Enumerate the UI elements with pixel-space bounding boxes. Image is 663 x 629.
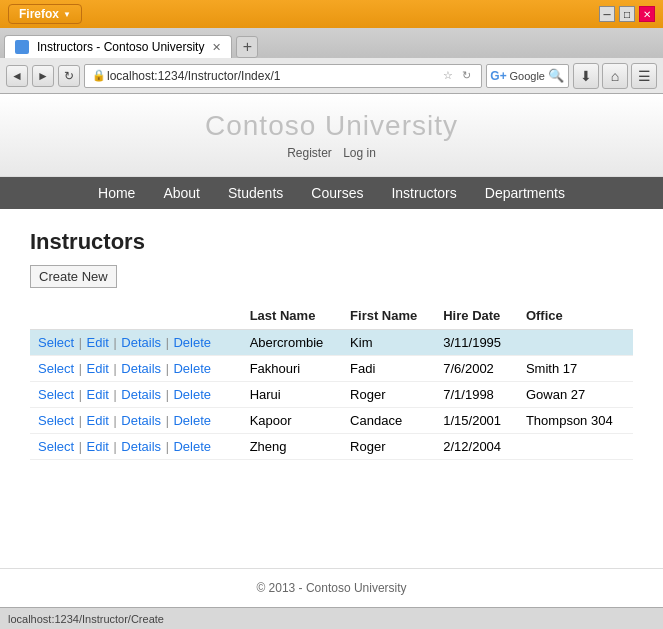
auth-links: Register Log in xyxy=(0,146,663,160)
sep-1-0: | xyxy=(79,336,82,350)
details-link-1[interactable]: Details xyxy=(121,361,161,376)
table-row: Select | Edit | Details | Delete KapoorC… xyxy=(30,408,633,434)
delete-link-2[interactable]: Delete xyxy=(173,387,211,402)
edit-link-0[interactable]: Edit xyxy=(87,335,109,350)
cell-firstname: Fadi xyxy=(342,356,435,382)
cell-firstname: Roger xyxy=(342,382,435,408)
col-header-office: Office xyxy=(518,302,633,330)
tab-favicon xyxy=(15,40,29,54)
cell-hiredate: 3/11/1995 xyxy=(435,330,518,356)
cell-hiredate: 1/15/2001 xyxy=(435,408,518,434)
row-actions: Select | Edit | Details | Delete xyxy=(30,408,242,434)
select-link-0[interactable]: Select xyxy=(38,335,74,350)
sep-1-2: | xyxy=(79,388,82,402)
delete-link-3[interactable]: Delete xyxy=(173,413,211,428)
cell-office xyxy=(518,330,633,356)
search-submit-icon[interactable]: 🔍 xyxy=(548,68,564,83)
delete-link-0[interactable]: Delete xyxy=(173,335,211,350)
row-actions: Select | Edit | Details | Delete xyxy=(30,434,242,460)
col-header-lastname: Last Name xyxy=(242,302,342,330)
sep-3-3: | xyxy=(166,414,169,428)
address-text: localhost:1234/Instructor/Index/1 xyxy=(107,69,440,83)
table-row: Select | Edit | Details | Delete HaruiRo… xyxy=(30,382,633,408)
cell-hiredate: 7/1/1998 xyxy=(435,382,518,408)
star-icon[interactable]: ☆ xyxy=(440,68,456,84)
download-button[interactable]: ⬇ xyxy=(573,63,599,89)
login-link[interactable]: Log in xyxy=(343,146,376,160)
browser-content: Contoso University Register Log in Home … xyxy=(0,94,663,607)
close-button[interactable]: ✕ xyxy=(639,6,655,22)
site-title: Contoso University xyxy=(0,110,663,142)
cell-office: Smith 17 xyxy=(518,356,633,382)
create-new-link[interactable]: Create New xyxy=(30,265,117,288)
back-button[interactable]: ◄ xyxy=(6,65,28,87)
address-input-box[interactable]: 🔒 localhost:1234/Instructor/Index/1 ☆ ↻ xyxy=(84,64,482,88)
cell-lastname: Kapoor xyxy=(242,408,342,434)
page-title: Instructors xyxy=(30,229,633,255)
details-link-0[interactable]: Details xyxy=(121,335,161,350)
nav-about[interactable]: About xyxy=(149,177,214,209)
register-link[interactable]: Register xyxy=(287,146,332,160)
select-link-3[interactable]: Select xyxy=(38,413,74,428)
table-row: Select | Edit | Details | Delete Abercro… xyxy=(30,330,633,356)
select-link-2[interactable]: Select xyxy=(38,387,74,402)
select-link-1[interactable]: Select xyxy=(38,361,74,376)
home-button[interactable]: ⌂ xyxy=(602,63,628,89)
edit-link-4[interactable]: Edit xyxy=(87,439,109,454)
sep-1-1: | xyxy=(79,362,82,376)
details-link-4[interactable]: Details xyxy=(121,439,161,454)
reload-small-icon[interactable]: ↻ xyxy=(459,68,475,84)
status-url: localhost:1234/Instructor/Create xyxy=(8,613,164,625)
nav-home[interactable]: Home xyxy=(84,177,149,209)
footer-text: © 2013 - Contoso University xyxy=(256,581,406,595)
instructors-table: Last Name First Name Hire Date Office Se… xyxy=(30,302,633,460)
new-tab-button[interactable]: + xyxy=(236,36,258,58)
browser-titlebar: Firefox ─ □ ✕ xyxy=(0,0,663,28)
cell-lastname: Abercrombie xyxy=(242,330,342,356)
page-footer: © 2013 - Contoso University xyxy=(0,568,663,607)
delete-link-4[interactable]: Delete xyxy=(173,439,211,454)
sep-2-4: | xyxy=(114,440,117,454)
nav-departments[interactable]: Departments xyxy=(471,177,579,209)
cell-office: Gowan 27 xyxy=(518,382,633,408)
maximize-button[interactable]: □ xyxy=(619,6,635,22)
select-link-4[interactable]: Select xyxy=(38,439,74,454)
status-bar: localhost:1234/Instructor/Create xyxy=(0,607,663,629)
menu-button[interactable]: ☰ xyxy=(631,63,657,89)
tab-bar: Instructors - Contoso University ✕ + xyxy=(0,28,663,58)
sep-2-2: | xyxy=(114,388,117,402)
tab-close-button[interactable]: ✕ xyxy=(212,41,221,54)
cell-lastname: Zheng xyxy=(242,434,342,460)
edit-link-3[interactable]: Edit xyxy=(87,413,109,428)
google-g-icon: G+ xyxy=(491,68,507,84)
active-tab[interactable]: Instructors - Contoso University ✕ xyxy=(4,35,232,58)
nav-bar: Home About Students Courses Instructors … xyxy=(0,177,663,209)
window-controls: ─ □ ✕ xyxy=(599,6,655,22)
col-header-firstname: First Name xyxy=(342,302,435,330)
edit-link-1[interactable]: Edit xyxy=(87,361,109,376)
page-content: Instructors Create New Last Name First N… xyxy=(0,209,663,568)
firefox-label: Firefox xyxy=(19,7,59,21)
edit-link-2[interactable]: Edit xyxy=(87,387,109,402)
sep-2-3: | xyxy=(114,414,117,428)
row-actions: Select | Edit | Details | Delete xyxy=(30,330,242,356)
nav-instructors[interactable]: Instructors xyxy=(377,177,470,209)
toolbar-buttons: ⬇ ⌂ ☰ xyxy=(573,63,657,89)
sep-2-0: | xyxy=(114,336,117,350)
nav-students[interactable]: Students xyxy=(214,177,297,209)
cell-lastname: Harui xyxy=(242,382,342,408)
sep-1-4: | xyxy=(79,440,82,454)
col-header-hiredate: Hire Date xyxy=(435,302,518,330)
sep-3-0: | xyxy=(166,336,169,350)
details-link-3[interactable]: Details xyxy=(121,413,161,428)
details-link-2[interactable]: Details xyxy=(121,387,161,402)
forward-button[interactable]: ► xyxy=(32,65,54,87)
firefox-menu-button[interactable]: Firefox xyxy=(8,4,82,24)
reload-button[interactable]: ↻ xyxy=(58,65,80,87)
nav-courses[interactable]: Courses xyxy=(297,177,377,209)
delete-link-1[interactable]: Delete xyxy=(173,361,211,376)
address-bar: ◄ ► ↻ 🔒 localhost:1234/Instructor/Index/… xyxy=(0,58,663,94)
sep-3-2: | xyxy=(166,388,169,402)
search-box[interactable]: G+ Google 🔍 xyxy=(486,64,569,88)
minimize-button[interactable]: ─ xyxy=(599,6,615,22)
